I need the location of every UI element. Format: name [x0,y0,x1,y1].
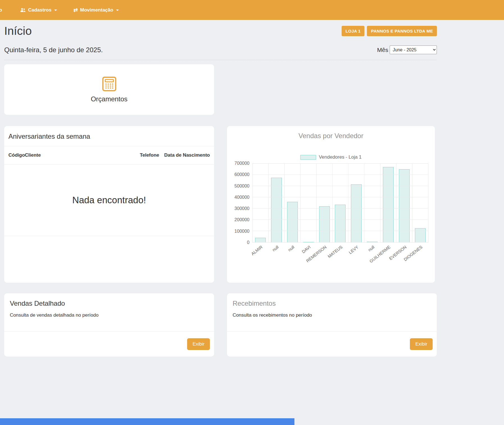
x-tick-label: null [271,245,279,252]
column-header-telefone: Telefone [140,152,159,158]
chart-area: 0100000200000300000400000500000600000700… [227,163,435,243]
y-tick-label: 600000 [235,172,249,177]
birthdays-table-header: Código Cliente Telefone Data de Nascimen… [4,146,214,164]
chart-bars: ALMIRnullnullDAVIREMERSONMATEUSLEVYnullG… [253,164,428,242]
gridline [253,231,428,231]
birthdays-title: Aniversariantes da semana [4,126,214,146]
company-button[interactable]: PANNOS E PANNOS LTDA ME [367,26,437,36]
legend-label: Vendedores - Loja 1 [319,154,362,160]
calculator-icon [101,76,117,93]
column-header-nascimento: Data de Nascimento [164,152,210,158]
bar [303,242,314,242]
y-tick-label: 100000 [235,229,249,234]
month-select[interactable]: June - 2025 [390,45,437,54]
y-tick-label: 700000 [235,161,249,166]
orcamentos-label: Orçamentos [91,95,128,103]
bar [399,169,410,242]
gridline [253,186,428,186]
card-subtitle: Consulta os recebimentos no período [233,312,431,318]
bar [271,178,282,242]
nav-item-label: Movimentação [80,7,113,13]
bar [335,205,346,242]
store-button[interactable]: LOJA 1 [342,26,365,36]
orcamentos-shortcut-card[interactable]: Orçamentos [4,64,214,115]
top-navbar: o Cadastros ⇄ Movimentação [0,0,504,20]
bar [351,184,362,242]
bar [255,238,266,242]
column-header-cliente: Cliente [25,152,140,158]
gridline [253,208,428,209]
page-header: Início LOJA 1 PANNOS E PANNOS LTDA ME [4,24,437,38]
y-tick-label: 0 [247,240,249,245]
vendas-por-vendedor-card: Vendas por Vendedor Vendedores - Loja 1 … [227,126,435,283]
legend-swatch [300,155,316,160]
empty-state-message: Nada encontrado! [4,164,214,236]
vendas-detalhado-card: Vendas Detalhado Consulta de vendas deta… [4,293,214,357]
chart-title: Vendas por Vendedor [227,132,435,140]
chevron-down-icon [116,10,119,11]
recebimentos-card: Recebimentos Consulta os recebimentos no… [227,293,437,357]
chart-plot: ALMIRnullnullDAVIREMERSONMATEUSLEVYnullG… [252,163,428,243]
column-header-codigo: Código [8,152,25,158]
users-icon [20,8,26,13]
birthdays-card: Aniversariantes da semana Código Cliente… [4,126,214,283]
bar [367,242,378,242]
current-date: Quinta-feira, 5 de junho de 2025. [4,46,103,54]
x-tick-label: LEVY [348,245,359,255]
x-tick-label: MATEUS [327,245,343,259]
bar-slot: GUILHERME [380,164,396,242]
x-tick-label: null [367,245,375,252]
y-tick-label: 300000 [235,206,249,211]
nav-item-label: Cadastros [28,7,51,13]
exibir-recebimentos-button[interactable]: Exibir [410,338,433,350]
navbar-partial-item[interactable]: o [0,7,4,13]
x-tick-label: ALMIR [250,245,264,256]
page-title: Início [4,24,32,38]
exibir-vendas-button[interactable]: Exibir [187,338,210,350]
x-tick-label: DAVI [301,245,311,254]
bar-slot: MATEUS [333,164,349,242]
month-label: Mês [377,47,388,53]
card-title: Recebimentos [233,300,431,307]
bar-slot: LEVY [348,164,364,242]
chart-legend: Vendedores - Loja 1 [227,154,435,160]
gridline [253,175,428,175]
nav-item-cadastros[interactable]: Cadastros [20,7,57,13]
bar [415,228,426,242]
footer-bar [0,418,294,425]
x-tick-label: null [287,245,295,252]
gridline [253,197,428,197]
bar-slot: null [364,164,380,242]
bar [287,202,298,242]
bar-slot: DIOGENES [412,164,428,242]
date-row: Quinta-feira, 5 de junho de 2025. Mês Ju… [4,45,437,60]
bar-slot: EVERSON [396,164,412,242]
y-tick-label: 400000 [235,195,249,200]
bar-slot: ALMIR [253,164,269,242]
y-tick-label: 200000 [235,218,249,222]
nav-item-movimentacao[interactable]: ⇄ Movimentação [73,7,119,13]
bar-slot: REMERSON [317,164,333,242]
bar [319,206,330,242]
bar-slot: DAVI [301,164,317,242]
card-subtitle: Consulta de vendas detalhada no período [10,312,208,318]
transfer-arrows-icon: ⇄ [73,7,78,13]
chart-y-axis: 0100000200000300000400000500000600000700… [227,163,252,243]
y-tick-label: 500000 [235,184,249,188]
chevron-down-icon [54,10,57,11]
birthdays-card-footer [4,236,214,283]
bar-slot: null [285,164,301,242]
bar-slot: null [269,164,285,242]
gridline [253,220,428,220]
card-title: Vendas Detalhado [10,300,208,307]
